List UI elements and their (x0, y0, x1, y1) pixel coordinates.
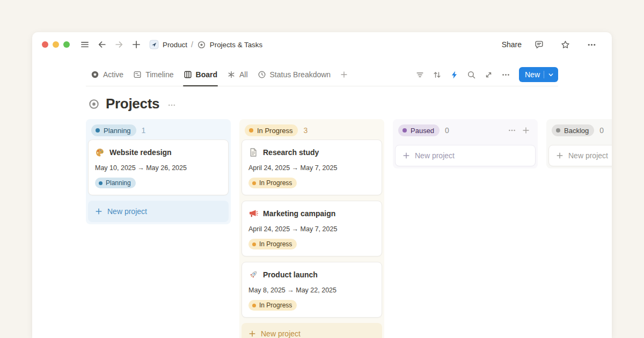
comments-button[interactable] (532, 38, 546, 52)
arrow-right-icon (114, 40, 124, 49)
tab-all[interactable]: All (222, 63, 253, 86)
zoom-window-button[interactable] (63, 41, 70, 48)
column-more-button[interactable] (506, 124, 518, 137)
breadcrumb-page[interactable]: Projects & Tasks (210, 41, 262, 49)
card-title: Marketing campaign (263, 208, 335, 219)
status-badge[interactable]: Paused (398, 124, 440, 136)
tab-board[interactable]: Board (179, 63, 222, 86)
project-card[interactable]: Website redesign May 10, 2025 → May 26, … (88, 139, 229, 195)
card-date-range: April 24, 2025 → May 7, 2025 (248, 164, 375, 172)
view-bar: Active Timeline Board (86, 63, 558, 86)
card-status-label: In Progress (259, 179, 292, 187)
status-dot (99, 181, 103, 185)
project-card[interactable]: Product launch May 8, 2025 → May 22, 202… (241, 262, 382, 318)
new-project-button[interactable]: New project (88, 201, 229, 222)
card-title: Research study (263, 146, 319, 158)
palette-icon (95, 148, 105, 157)
new-project-button[interactable]: New project (548, 145, 612, 166)
new-record-button[interactable]: New (519, 67, 558, 82)
board-column-backlog: Backlog 0 New project (546, 119, 612, 168)
window-topbar: Product / Projects & Tasks Share (32, 32, 612, 57)
plus-icon (131, 40, 141, 49)
breadcrumb: Product / Projects & Tasks (149, 40, 262, 49)
tab-label: Board (196, 70, 217, 79)
expand-button[interactable] (481, 68, 496, 82)
board-column-in-progress: In Progress 3 Research study April 24, 2… (239, 119, 384, 338)
bookmark-tabs-icon (248, 148, 258, 157)
column-header: Paused 0 (395, 121, 536, 139)
status-badge[interactable]: Backlog (552, 124, 594, 136)
close-window-button[interactable] (42, 41, 48, 48)
new-button-label: New (525, 70, 540, 79)
workspace-icon[interactable] (149, 40, 159, 49)
card-status-label: In Progress (259, 240, 292, 248)
tab-timeline[interactable]: Timeline (128, 63, 178, 86)
project-card[interactable]: Research study April 24, 2025 → May 7, 2… (241, 139, 382, 195)
plus-icon (95, 208, 103, 215)
button-divider (544, 71, 544, 78)
status-badge[interactable]: In Progress (245, 124, 298, 136)
sidebar-toggle-button[interactable] (78, 38, 91, 51)
lightning-icon (450, 70, 459, 79)
column-count: 3 (303, 126, 308, 135)
view-more-button[interactable] (499, 68, 513, 82)
column-name: Planning (104, 127, 131, 135)
ellipsis-icon (167, 101, 176, 109)
filter-icon (415, 70, 425, 79)
active-view-icon (91, 70, 99, 79)
column-add-button[interactable] (519, 124, 532, 137)
ellipsis-icon (508, 126, 516, 135)
status-dot (556, 128, 560, 133)
page-more-button[interactable] (585, 38, 598, 52)
card-date-range: May 10, 2025 → May 26, 2025 (95, 164, 222, 172)
favorite-button[interactable] (559, 38, 572, 52)
project-card[interactable]: Marketing campaign April 24, 2025 → May … (241, 201, 382, 256)
card-date-range: May 8, 2025 → May 22, 2025 (248, 286, 375, 294)
search-button[interactable] (464, 68, 479, 82)
minimize-window-button[interactable] (53, 41, 59, 48)
card-status-badge: In Progress (248, 178, 297, 188)
view-controls: New (413, 67, 558, 82)
card-status-badge: Planning (95, 178, 136, 188)
title-more-button[interactable] (167, 101, 176, 109)
ellipsis-icon (587, 40, 597, 50)
column-name: In Progress (257, 127, 292, 135)
plus-icon (402, 152, 410, 159)
tab-active[interactable]: Active (86, 63, 128, 86)
status-dot (96, 128, 100, 133)
all-view-icon (227, 70, 236, 79)
card-status-label: Planning (106, 179, 131, 187)
expand-diagonal-icon (484, 70, 493, 79)
automations-button[interactable] (447, 68, 462, 82)
new-project-label: New project (107, 207, 147, 216)
nav-forward-button[interactable] (113, 38, 126, 51)
share-button[interactable]: Share (500, 39, 524, 50)
tab-status-breakdown[interactable]: Status Breakdown (253, 63, 336, 86)
card-date-range: April 24, 2025 → May 7, 2025 (248, 225, 375, 233)
new-project-button[interactable]: New project (241, 323, 382, 338)
filter-button[interactable] (413, 68, 427, 82)
sort-icon (433, 70, 442, 79)
comment-icon (534, 40, 544, 50)
new-page-button[interactable] (130, 38, 143, 51)
page-title-row: Projects (88, 95, 558, 112)
clock-view-icon (258, 70, 266, 79)
status-dot (402, 128, 407, 133)
board-column-paused: Paused 0 (393, 119, 538, 168)
sort-button[interactable] (430, 68, 444, 82)
nav-back-button[interactable] (96, 38, 108, 51)
plus-icon (556, 152, 564, 159)
view-tabs: Active Timeline Board (86, 63, 353, 86)
add-view-button[interactable] (335, 63, 353, 86)
kanban-board: Planning 1 Website redesign May 10, 2025… (32, 119, 612, 338)
status-dot (252, 181, 256, 185)
status-badge[interactable]: Planning (91, 124, 136, 136)
app-window: Product / Projects & Tasks Share (32, 32, 612, 338)
column-name: Paused (411, 127, 434, 135)
breadcrumb-workspace[interactable]: Product (163, 41, 187, 49)
column-actions (506, 124, 532, 137)
status-dot (252, 304, 256, 307)
new-project-button[interactable]: New project (395, 145, 536, 166)
column-count: 1 (142, 126, 146, 135)
page-title: Projects (106, 95, 159, 112)
